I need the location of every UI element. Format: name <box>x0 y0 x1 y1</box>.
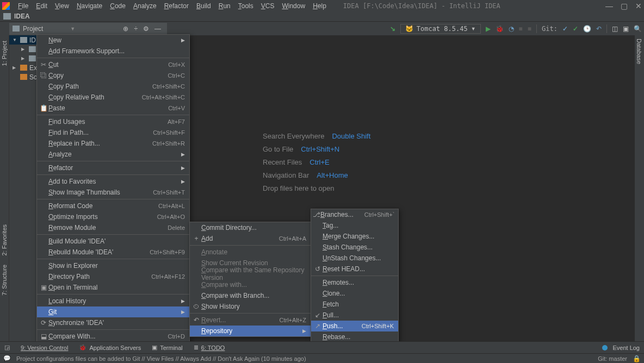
tab-event-log[interactable]: Event Log <box>602 345 640 351</box>
menu-item-show-in-explorer[interactable]: Show in Explorer <box>37 260 189 271</box>
menu-item-synchronize-idea[interactable]: ⟳Synchronize 'IDEA' <box>37 317 189 328</box>
tab-favorites[interactable]: 2: Favorites <box>0 221 9 259</box>
menu-item-fetch[interactable]: Fetch <box>311 299 398 310</box>
menu-item-copy[interactable]: ⿻CopyCtrl+C <box>37 70 189 81</box>
menu-item-clone[interactable]: Clone... <box>311 288 398 299</box>
menu-item-compare-with[interactable]: Compare with... <box>190 279 311 290</box>
git-branch[interactable]: Git: master <box>598 355 627 362</box>
menu-refactor[interactable]: Refactor <box>160 1 193 11</box>
menu-item-analyze[interactable]: Analyze▶ <box>37 149 189 160</box>
tab-version-control[interactable]: 9: Version Control <box>21 345 68 351</box>
run-coverage-icon[interactable]: ◔ <box>509 25 514 33</box>
menu-item-find-in-path[interactable]: Find in Path...Ctrl+Shift+F <box>37 127 189 138</box>
search-icon[interactable]: 🔍 <box>634 25 642 33</box>
maximize-icon[interactable]: ▢ <box>621 2 628 10</box>
menu-item-compare-with-branch[interactable]: Compare with Branch... <box>190 290 311 301</box>
commit-icon[interactable]: ✓ <box>573 25 578 33</box>
menu-item-copy-relative-path[interactable]: Copy Relative PathCtrl+Alt+Shift+C <box>37 92 189 103</box>
menu-item-tag[interactable]: Tag... <box>311 220 398 231</box>
update-project-icon[interactable]: ✓ <box>562 25 568 33</box>
menu-item-copy-path[interactable]: Copy PathCtrl+Shift+C <box>37 81 189 92</box>
menu-item-pull[interactable]: ↙Pull... <box>311 310 398 321</box>
menu-item-build-module-idea[interactable]: Build Module 'IDEA' <box>37 236 189 247</box>
menu-item-rebuild-module-idea[interactable]: Rebuild Module 'IDEA'Ctrl+Shift+F9 <box>37 247 189 258</box>
menu-item-git[interactable]: Git▶ <box>37 306 189 317</box>
menu-vcs[interactable]: VCS <box>257 1 278 11</box>
menu-item-open-in-terminal[interactable]: ▣Open in Terminal <box>37 282 189 293</box>
tab-database[interactable]: Database <box>635 35 643 67</box>
bottom-tool-tabs: ◲ 9: Version Control 🐞Application Server… <box>0 341 644 353</box>
run-config-selector[interactable]: 🐱 Tomcat 8.5.45 ▼ <box>400 24 481 34</box>
menu-item-add-framework-support[interactable]: Add Framework Support... <box>37 46 189 57</box>
bottom-left-icon[interactable]: ◲ <box>4 344 10 351</box>
menu-build[interactable]: Build <box>193 1 215 11</box>
tab-todo[interactable]: ≣6: TODO <box>194 344 225 351</box>
menu-item-replace-in-path[interactable]: Replace in Path...Ctrl+Shift+R <box>37 138 189 149</box>
menu-item-annotate[interactable]: Annotate <box>190 247 311 258</box>
menu-item-compare-with-the-same-repository-version[interactable]: Compare with the Same Repository Version <box>190 268 311 279</box>
layout-icon[interactable]: ▣ <box>623 25 629 33</box>
stop-all-icon[interactable]: ■ <box>528 25 531 33</box>
menu-item-repository[interactable]: Repository▶ <box>190 326 311 336</box>
menu-tools[interactable]: Tools <box>234 1 257 11</box>
target-icon[interactable]: ⊕ <box>123 25 128 33</box>
menu-item-compare-with[interactable]: ⬓Compare With...Ctrl+D <box>37 331 189 342</box>
menu-item-merge-changes[interactable]: Merge Changes... <box>311 231 398 242</box>
tab-project[interactable]: 1: Project <box>0 37 9 69</box>
menu-navigate[interactable]: Navigate <box>73 1 106 11</box>
menu-item-revert[interactable]: ↶Revert...Ctrl+Alt+Z <box>190 315 311 326</box>
menu-item-paste[interactable]: 📋PasteCtrl+V <box>37 103 189 114</box>
menu-item-label: Analyze <box>48 151 175 158</box>
menu-run[interactable]: Run <box>215 1 234 11</box>
menu-file[interactable]: File <box>14 1 32 11</box>
menu-item-branches[interactable]: ⎇Branches...Ctrl+Shift+` <box>311 209 398 220</box>
menu-item-new[interactable]: New▶ <box>37 35 189 46</box>
menu-item-rebase[interactable]: Rebase... <box>311 331 398 342</box>
menu-item-unstash-changes[interactable]: UnStash Changes... <box>311 253 398 264</box>
tab-application-servers[interactable]: 🐞Application Servers <box>79 344 141 351</box>
run-icon[interactable]: ▶ <box>486 25 491 33</box>
revert-icon[interactable]: ↶ <box>596 25 602 33</box>
menu-item-local-history[interactable]: Local History▶ <box>37 296 189 306</box>
menu-help[interactable]: Help <box>309 1 330 11</box>
stop-icon[interactable]: ■ <box>519 25 523 33</box>
build-hammer-icon[interactable]: ↘ <box>390 25 395 33</box>
menu-item-remotes[interactable]: Remotes... <box>311 277 398 288</box>
menu-code[interactable]: Code <box>106 1 129 11</box>
menu-item-remove-module[interactable]: Remove ModuleDelete <box>37 222 189 233</box>
breadcrumb[interactable]: IDEA <box>14 12 30 20</box>
tab-terminal[interactable]: ▣Terminal <box>152 344 183 351</box>
project-view-selector[interactable]: Project ▼ ⊕ ÷ ⚙ — <box>9 23 167 35</box>
debug-icon[interactable]: 🐞 <box>496 25 504 33</box>
menu-analyze[interactable]: Analyze <box>129 1 160 11</box>
menu-item-add-to-favorites[interactable]: Add to Favorites▶ <box>37 176 189 187</box>
lock-icon[interactable]: 🔒 <box>633 355 641 362</box>
menu-item-reset-head[interactable]: ↺Reset HEAD... <box>311 264 398 274</box>
split-icon[interactable]: ÷ <box>134 25 138 33</box>
menu-item-refactor[interactable]: Refactor▶ <box>37 162 189 173</box>
menu-item-directory-path[interactable]: Directory PathCtrl+Alt+F12 <box>37 271 189 282</box>
menu-window[interactable]: Window <box>278 1 309 11</box>
menu-edit[interactable]: Edit <box>32 1 51 11</box>
minimize-icon[interactable]: — <box>605 2 613 10</box>
hide-icon[interactable]: — <box>154 25 161 33</box>
menu-shortcut: Delete <box>168 224 185 231</box>
menu-item-reformat-code[interactable]: Reformat CodeCtrl+Alt+L <box>37 201 189 211</box>
box-icon[interactable]: ◫ <box>612 25 618 33</box>
menu-item-add[interactable]: +AddCtrl+Alt+A <box>190 233 311 244</box>
menu-item-commit-directory[interactable]: Commit Directory... <box>190 222 311 233</box>
menu-item-push[interactable]: ↗Push...Ctrl+Shift+K <box>311 321 398 331</box>
gear-icon[interactable]: ⚙ <box>143 25 149 33</box>
menu-item-cut[interactable]: ✂CutCtrl+X <box>37 59 189 70</box>
menu-shortcut: Ctrl+D <box>168 333 185 340</box>
menu-item-stash-changes[interactable]: Stash Changes... <box>311 242 398 253</box>
menu-item-show-history[interactable]: ⏲Show History <box>190 301 311 312</box>
menu-view[interactable]: View <box>51 1 73 11</box>
menu-item-optimize-imports[interactable]: Optimize ImportsCtrl+Alt+O <box>37 211 189 222</box>
menu-item-show-image-thumbnails[interactable]: Show Image ThumbnailsCtrl+Shift+T <box>37 187 189 198</box>
tab-structure[interactable]: 7: Structure <box>0 261 9 299</box>
context-menu-repository: ⎇Branches...Ctrl+Shift+`Tag...Merge Chan… <box>311 209 399 343</box>
close-icon[interactable]: ✕ <box>635 2 642 10</box>
history-icon[interactable]: 🕒 <box>583 25 591 33</box>
menu-item-find-usages[interactable]: Find UsagesAlt+F7 <box>37 116 189 127</box>
